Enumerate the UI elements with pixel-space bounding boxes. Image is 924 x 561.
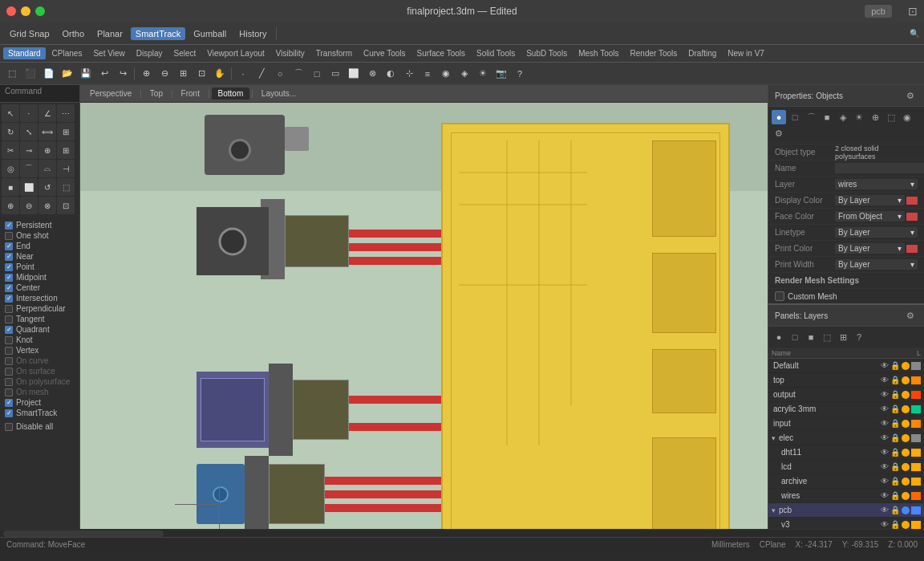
tab-transform[interactable]: Transform [311, 47, 357, 59]
layer-icon-5[interactable]: ⊞ [836, 330, 850, 344]
layer-row-lcd[interactable]: lcd 👁 🔒 [768, 460, 924, 474]
layer-elec-lock[interactable]: 🔒 [890, 433, 900, 442]
tab-standard[interactable]: Standard [3, 47, 46, 59]
ortho-button[interactable]: Ortho [58, 27, 90, 40]
layer-top-lock[interactable]: 🔒 [890, 376, 900, 384]
snap-onpolysurface-checkbox[interactable] [5, 378, 13, 386]
layer-dht11-lock[interactable]: 🔒 [890, 448, 900, 457]
prop-display-color-swatch[interactable] [906, 197, 918, 205]
vp-tab-layouts[interactable]: Layouts... [255, 87, 302, 100]
tab-subd-tools[interactable]: SubD Tools [521, 47, 572, 59]
snap-onmesh[interactable]: On mesh [5, 387, 75, 397]
boolean-icon[interactable]: ⊗ [363, 65, 381, 83]
snap-project-checkbox[interactable] [5, 399, 13, 407]
grid-snap-button[interactable]: Grid Snap [5, 27, 55, 40]
layer-v3-lock[interactable]: 🔒 [890, 520, 900, 529]
extrude-icon[interactable]: ⬜ [345, 65, 363, 83]
layer-input-eye[interactable]: 👁 [881, 419, 889, 428]
layer-dht11-color[interactable] [911, 449, 921, 457]
prop-print-width-value[interactable]: By Layer ▾ [835, 259, 918, 270]
prop-name-input[interactable] [835, 163, 924, 173]
layer-default-color[interactable] [911, 362, 921, 370]
snap-knot[interactable]: Knot [5, 335, 75, 345]
layer-archive-eye[interactable]: 👁 [881, 477, 889, 486]
render-icon[interactable]: ◈ [456, 65, 473, 83]
snap-near[interactable]: Near [5, 251, 75, 262]
layer-output-color[interactable] [911, 391, 921, 399]
light-icon[interactable]: ☀ [474, 65, 492, 83]
offset-tool[interactable]: ◎ [2, 160, 19, 177]
layers-gear-button[interactable]: ⚙ [903, 308, 918, 323]
point-icon[interactable]: · [234, 65, 252, 83]
line-icon[interactable]: ╱ [253, 65, 270, 83]
snap-project[interactable]: Project [5, 397, 75, 408]
history-button[interactable]: History [234, 27, 271, 40]
snap-midpoint-checkbox[interactable] [5, 274, 13, 282]
layer-row-top[interactable]: top 👁 🔒 [768, 373, 924, 388]
snap-end-checkbox[interactable] [5, 242, 13, 250]
zoom-out-icon[interactable]: ⊖ [156, 65, 173, 83]
horizontal-scrollbar[interactable] [3, 531, 164, 537]
help-icon[interactable]: ? [511, 65, 529, 83]
snap-vertex[interactable]: Vertex [5, 345, 75, 356]
layer-acrylic-color[interactable] [911, 405, 921, 413]
snap-center[interactable]: Center [5, 283, 75, 293]
layer-acrylic-eye[interactable]: 👁 [881, 404, 889, 413]
snap-onpolysurface[interactable]: On polysurface [5, 376, 75, 387]
tab-drafting[interactable]: Drafting [683, 47, 721, 59]
prop-icon-render[interactable]: ◉ [900, 110, 914, 124]
snap-onsurface[interactable]: On surface [5, 366, 75, 376]
rotate-tool[interactable]: ↻ [2, 123, 19, 140]
snap-end[interactable]: End [5, 241, 75, 251]
tab-display[interactable]: Display [132, 47, 168, 59]
snap-icon[interactable]: ⊹ [400, 65, 418, 83]
layer-row-elec[interactable]: ▾ elec 👁 🔒 [768, 431, 924, 445]
zoom-window-icon[interactable]: ⊞ [174, 65, 192, 83]
layer-default-lock[interactable]: 🔒 [890, 361, 900, 370]
prop-linetype-value[interactable]: By Layer ▾ [835, 227, 918, 238]
boolean-diff-tool[interactable]: ⊖ [20, 197, 38, 214]
tab-curve-tools[interactable]: Curve Tools [359, 47, 411, 59]
zoom-extents-icon[interactable]: ⊡ [192, 65, 210, 83]
rectangle-icon[interactable]: □ [308, 65, 326, 83]
tab-visibility[interactable]: Visibility [271, 47, 310, 59]
layer-input-color[interactable] [911, 420, 921, 428]
cursor-icon[interactable]: ⬚ [3, 65, 21, 83]
layer-icon-1[interactable]: ● [772, 330, 786, 344]
zoom-in-icon[interactable]: ⊕ [137, 65, 155, 83]
point-tool[interactable]: · [20, 104, 38, 122]
vp-tab-perspective[interactable]: Perspective [83, 87, 138, 100]
close-button[interactable] [6, 6, 16, 16]
prop-print-color-value[interactable]: By Layer ▾ [835, 243, 905, 254]
vp-tab-bottom[interactable]: Bottom [212, 87, 250, 100]
circle-icon[interactable]: ○ [271, 65, 289, 83]
layer-row-default[interactable]: Default 👁 🔒 [768, 359, 924, 373]
tab-viewport-layout[interactable]: Viewport Layout [202, 47, 270, 59]
layer-default-eye[interactable]: 👁 [881, 361, 889, 370]
layer-v3-eye[interactable]: 👁 [881, 520, 889, 529]
snap-oneshot-checkbox[interactable] [5, 232, 13, 240]
layer-wires-eye[interactable]: 👁 [881, 491, 889, 500]
solid-tool[interactable]: ■ [2, 178, 19, 196]
layer-dht11-eye[interactable]: 👁 [881, 448, 889, 457]
snap-oncurve[interactable]: On curve [5, 356, 75, 366]
bottom-scrollbar[interactable] [0, 529, 924, 537]
tab-select[interactable]: Select [169, 47, 201, 59]
fillet-curve-tool[interactable]: ⌒ [20, 160, 38, 177]
layer-output-lock[interactable]: 🔒 [890, 390, 900, 399]
prop-icon-texture[interactable]: ⬚ [884, 110, 898, 124]
join-tool[interactable]: ⊕ [38, 141, 56, 159]
snap-intersection[interactable]: Intersection [5, 293, 75, 303]
loft-tool[interactable]: ⬚ [57, 178, 75, 196]
tab-solid-tools[interactable]: Solid Tools [472, 47, 520, 59]
snap-smarttrack[interactable]: SmartTrack [5, 408, 75, 418]
layer-pcb-eye[interactable]: 👁 [881, 506, 889, 514]
layer-icon-2[interactable]: □ [788, 330, 802, 344]
snap-point[interactable]: Point [5, 262, 75, 272]
layer-lcd-color[interactable] [911, 463, 921, 471]
save-icon[interactable]: 💾 [77, 65, 95, 83]
split-tool[interactable]: ⊸ [20, 141, 38, 159]
layer-top-eye[interactable]: 👁 [881, 376, 889, 384]
snap-tangent[interactable]: Tangent [5, 314, 75, 324]
snap-perpendicular-checkbox[interactable] [5, 305, 13, 313]
